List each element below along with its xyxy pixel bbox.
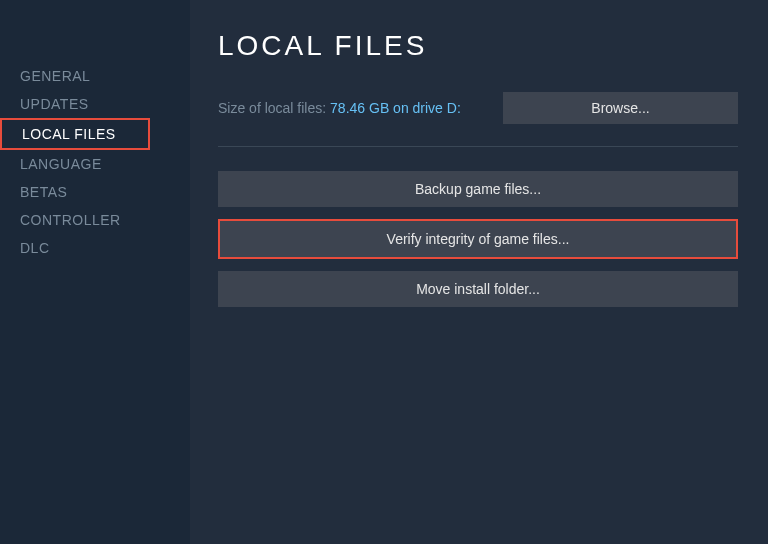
page-title: LOCAL FILES bbox=[218, 30, 738, 62]
content-panel: LOCAL FILES Size of local files: 78.46 G… bbox=[190, 0, 768, 544]
size-value: 78.46 GB on drive D: bbox=[330, 100, 461, 116]
file-info-text: Size of local files: 78.46 GB on drive D… bbox=[218, 100, 461, 116]
browse-button[interactable]: Browse... bbox=[503, 92, 738, 124]
move-install-button[interactable]: Move install folder... bbox=[218, 271, 738, 307]
sidebar: GENERAL UPDATES LOCAL FILES LANGUAGE BET… bbox=[0, 0, 190, 544]
divider bbox=[218, 146, 738, 147]
sidebar-item-language[interactable]: LANGUAGE bbox=[0, 150, 190, 178]
sidebar-item-controller[interactable]: CONTROLLER bbox=[0, 206, 190, 234]
sidebar-item-betas[interactable]: BETAS bbox=[0, 178, 190, 206]
size-label: Size of local files: bbox=[218, 100, 326, 116]
sidebar-item-updates[interactable]: UPDATES bbox=[0, 90, 190, 118]
sidebar-item-dlc[interactable]: DLC bbox=[0, 234, 190, 262]
backup-button[interactable]: Backup game files... bbox=[218, 171, 738, 207]
verify-integrity-button[interactable]: Verify integrity of game files... bbox=[218, 219, 738, 259]
sidebar-item-general[interactable]: GENERAL bbox=[0, 62, 190, 90]
sidebar-item-local-files[interactable]: LOCAL FILES bbox=[0, 118, 150, 150]
file-info-row: Size of local files: 78.46 GB on drive D… bbox=[218, 92, 738, 124]
